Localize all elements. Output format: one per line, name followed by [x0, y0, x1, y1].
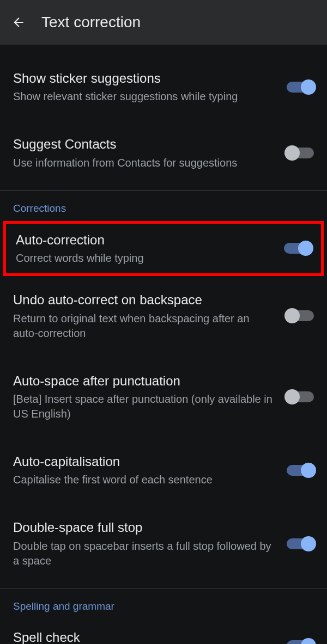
- setting-subtitle: Use information from Contacts for sugges…: [13, 156, 276, 170]
- setting-double-space[interactable]: Double-space full stop Double tap on spa…: [0, 509, 327, 578]
- toggle-switch[interactable]: [287, 640, 314, 644]
- toggle-switch[interactable]: [287, 148, 314, 158]
- section-header-corrections: Corrections: [0, 191, 327, 221]
- toggle-switch[interactable]: [287, 391, 314, 402]
- toggle-switch[interactable]: [284, 243, 311, 254]
- page-title: Text correction: [41, 14, 141, 31]
- setting-subtitle: Double tap on spacebar inserts a full st…: [13, 539, 276, 568]
- setting-subtitle: Capitalise the first word of each senten…: [13, 473, 276, 487]
- setting-text: Undo auto-correct on backspace Return to…: [13, 291, 287, 340]
- setting-subtitle: Show relevant sticker suggestions while …: [13, 89, 276, 104]
- setting-text: Show sticker suggestions Show relevant s…: [13, 70, 287, 104]
- header: Text correction: [0, 0, 327, 45]
- setting-title: Show sticker suggestions: [13, 70, 276, 87]
- setting-undo-autocorrect[interactable]: Undo auto-correct on backspace Return to…: [0, 281, 327, 350]
- setting-text: Double-space full stop Double tap on spa…: [13, 519, 287, 568]
- setting-text: Auto-capitalisation Capitalise the first…: [13, 453, 287, 487]
- setting-title: Double-space full stop: [13, 519, 276, 536]
- setting-title: Auto-space after punctuation: [13, 372, 276, 390]
- setting-auto-correction[interactable]: Auto-correction Correct words while typi…: [16, 231, 311, 266]
- setting-title: Undo auto-correct on backspace: [13, 291, 276, 309]
- setting-text: Auto-correction Correct words while typi…: [16, 231, 284, 266]
- back-arrow-icon[interactable]: [11, 15, 26, 30]
- toggle-switch[interactable]: [287, 310, 314, 321]
- setting-text: Spell check Mark misspelled words while …: [13, 629, 287, 644]
- setting-sticker-suggestions[interactable]: Show sticker suggestions Show relevant s…: [0, 60, 327, 114]
- setting-suggest-contacts[interactable]: Suggest Contacts Use information from Co…: [0, 126, 327, 180]
- setting-auto-space[interactable]: Auto-space after punctuation [Beta] Inse…: [0, 363, 327, 431]
- toggle-switch[interactable]: [287, 465, 314, 476]
- setting-title: Auto-correction: [16, 231, 273, 249]
- toggle-switch[interactable]: [287, 82, 314, 93]
- setting-subtitle: [Beta] Insert space after punctuation (o…: [13, 392, 276, 421]
- section-header-spelling: Spelling and grammar: [0, 588, 327, 619]
- toggle-switch[interactable]: [287, 538, 314, 549]
- setting-text: Auto-space after punctuation [Beta] Inse…: [13, 372, 287, 421]
- setting-title: Suggest Contacts: [13, 136, 276, 153]
- setting-subtitle: Return to original text when backspacing…: [13, 311, 276, 341]
- settings-list: Show sticker suggestions Show relevant s…: [0, 45, 327, 644]
- setting-spell-check[interactable]: Spell check Mark misspelled words while …: [0, 619, 327, 644]
- highlight-box: Auto-correction Correct words while typi…: [3, 221, 324, 276]
- setting-subtitle: Correct words while typing: [16, 251, 273, 266]
- setting-text: Suggest Contacts Use information from Co…: [13, 136, 287, 170]
- setting-title: Auto-capitalisation: [13, 453, 276, 470]
- setting-title: Spell check: [13, 629, 276, 644]
- setting-auto-capitalisation[interactable]: Auto-capitalisation Capitalise the first…: [0, 443, 327, 497]
